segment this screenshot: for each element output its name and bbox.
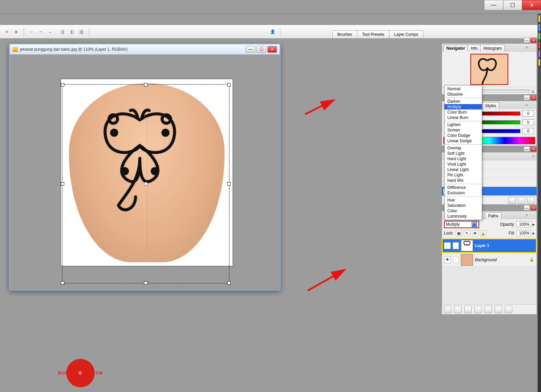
os-maximize-button[interactable]: ☐ xyxy=(503,0,522,10)
layer-style-button[interactable] xyxy=(454,306,462,313)
transform-handle-bottom-center[interactable] xyxy=(144,281,147,285)
doc-close-button[interactable]: ✕ xyxy=(267,46,277,53)
panel-close-button[interactable]: ✕ xyxy=(531,38,537,43)
blend-mode-option[interactable]: Color xyxy=(445,208,482,214)
blend-mode-option[interactable]: Linear Dodge xyxy=(445,138,482,144)
link-layers-button[interactable] xyxy=(444,306,451,313)
well-tab-tool-presets[interactable]: Tool Presets xyxy=(357,30,390,38)
blend-mode-option[interactable]: Normal xyxy=(445,86,482,92)
panel-close-button[interactable]: ✕ xyxy=(531,95,537,100)
new-group-button[interactable] xyxy=(485,306,492,313)
new-layer-button[interactable] xyxy=(495,306,502,313)
blend-mode-option[interactable]: Pin Light xyxy=(445,172,482,178)
adjustment-layer-button[interactable] xyxy=(474,306,482,313)
blend-mode-option[interactable]: Hue xyxy=(445,197,482,203)
blue-value-field[interactable] xyxy=(522,128,534,134)
panel-minimize-button[interactable]: — xyxy=(524,205,530,211)
delete-layer-button[interactable] xyxy=(505,306,512,313)
panel-minimize-button[interactable]: — xyxy=(524,95,530,100)
blend-mode-option[interactable]: Linear Burn xyxy=(445,115,482,120)
blend-mode-option[interactable]: Overlay xyxy=(445,145,482,151)
opacity-flyout-icon[interactable]: ▸ xyxy=(533,222,535,227)
tab-histogram[interactable]: Histogram xyxy=(480,45,505,52)
panel-minimize-button[interactable]: — xyxy=(524,146,530,152)
panel-close-button[interactable]: ✕ xyxy=(531,146,537,152)
blend-mode-option[interactable]: Soft Light xyxy=(445,151,482,156)
panel-menu-icon[interactable]: » xyxy=(525,45,528,50)
blend-mode-option[interactable]: Linear Light xyxy=(445,167,482,172)
blend-mode-option[interactable]: Multiply xyxy=(445,104,482,109)
distribute-h1-icon[interactable]: |‖ xyxy=(58,28,67,36)
link-indicator[interactable] xyxy=(453,256,459,263)
document-canvas[interactable] xyxy=(10,54,280,290)
lock-position-button[interactable]: ✥ xyxy=(472,230,478,236)
layer-thumbnail[interactable] xyxy=(461,240,473,251)
free-transform-bounding-box[interactable] xyxy=(62,84,230,284)
lock-all-button[interactable]: 🔒 xyxy=(480,230,486,236)
os-close-button[interactable]: ✕ xyxy=(522,0,541,10)
transform-center-point[interactable] xyxy=(144,182,147,186)
panel-menu-icon[interactable]: » xyxy=(525,213,528,217)
zoom-in-icon[interactable]: △ xyxy=(532,89,535,93)
lock-pixels-button[interactable]: ✎ xyxy=(464,230,470,236)
blend-mode-option[interactable]: Luminosity xyxy=(445,214,482,219)
navigator-thumbnail[interactable] xyxy=(470,54,508,85)
distribute-h3-icon[interactable]: |‖| xyxy=(77,28,86,36)
distribute-h2-icon[interactable]: ‖| xyxy=(68,28,76,36)
doc-maximize-button[interactable]: ☐ xyxy=(257,46,266,53)
align-left-icon[interactable]: ≡ xyxy=(3,28,11,36)
blend-mode-option[interactable]: Dissolve xyxy=(445,92,482,97)
tab-paths[interactable]: Paths xyxy=(485,212,501,219)
transform-handle-bottom-right[interactable] xyxy=(227,281,231,285)
visibility-toggle-icon[interactable]: 👁 xyxy=(444,242,451,249)
well-tab-layer-comps[interactable]: Layer Comps xyxy=(389,30,423,38)
doc-minimize-button[interactable]: — xyxy=(246,46,255,53)
blend-mode-option[interactable]: Saturation xyxy=(445,203,482,208)
tab-styles[interactable]: Styles xyxy=(482,102,499,109)
blend-mode-menu[interactable]: NormalDissolveDarkenMultiplyColor BurnLi… xyxy=(444,85,482,220)
transform-handle-top-right[interactable] xyxy=(227,83,231,87)
delete-state-button[interactable] xyxy=(527,197,535,204)
blend-mode-option[interactable]: Hard Light xyxy=(445,156,482,162)
link-indicator[interactable] xyxy=(453,242,459,249)
align-bottom-icon[interactable]: ⫠ xyxy=(46,28,54,36)
visibility-toggle-icon[interactable]: 👁 xyxy=(444,256,451,263)
tab-navigator[interactable]: Navigator xyxy=(443,45,468,52)
blend-mode-option[interactable]: Difference xyxy=(445,185,482,190)
layer-name[interactable]: Layer 1 xyxy=(475,243,535,248)
panel-menu-icon[interactable]: » xyxy=(532,154,535,158)
panel-minimize-button[interactable]: — xyxy=(524,38,530,43)
green-value-field[interactable] xyxy=(522,119,534,125)
fill-field[interactable]: 100% xyxy=(516,230,531,236)
blend-mode-option[interactable]: Lighten xyxy=(445,122,482,127)
transform-handle-top-center[interactable] xyxy=(144,83,147,87)
document-titlebar[interactable]: jerawat punggung dan bahu.jpg @ 110% (La… xyxy=(10,44,280,54)
create-document-from-state-button[interactable] xyxy=(508,197,516,204)
well-tab-brushes[interactable]: Brushes xyxy=(332,30,357,38)
toggle-palettes-icon[interactable]: 👤 xyxy=(268,28,277,36)
panel-menu-icon[interactable]: » xyxy=(525,102,528,107)
align-vmid-icon[interactable]: ⫟ xyxy=(37,28,45,36)
blend-mode-option[interactable]: Screen xyxy=(445,127,482,133)
blend-mode-option[interactable]: Darken xyxy=(445,99,482,104)
new-snapshot-button[interactable] xyxy=(518,197,525,204)
align-center-icon[interactable]: ≣ xyxy=(12,28,20,36)
align-top-icon[interactable]: ⫞ xyxy=(27,28,36,36)
blend-mode-dropdown[interactable]: Multiply ▼ xyxy=(444,221,479,228)
red-value-field[interactable] xyxy=(522,111,534,117)
transform-handle-top-left[interactable] xyxy=(61,83,64,87)
transform-handle-mid-right[interactable] xyxy=(227,182,231,186)
os-minimize-button[interactable]: — xyxy=(484,0,503,10)
blend-mode-option[interactable]: Color Dodge xyxy=(445,133,482,138)
blend-mode-option[interactable]: Vivid Light xyxy=(445,162,482,167)
transform-handle-bottom-left[interactable] xyxy=(61,281,64,285)
layer-row[interactable]: 👁 Background 🔒 xyxy=(442,253,537,267)
fill-flyout-icon[interactable]: ▸ xyxy=(533,231,535,236)
layer-name[interactable]: Background xyxy=(475,258,527,262)
opacity-field[interactable]: 100% xyxy=(516,221,531,227)
transform-handle-mid-left[interactable] xyxy=(61,182,64,186)
panel-close-button[interactable]: ✕ xyxy=(531,205,537,211)
lock-transparency-button[interactable]: ▦ xyxy=(456,230,462,236)
layer-row[interactable]: 👁 Layer 1 xyxy=(442,239,537,253)
blend-mode-option[interactable]: Hard Mix xyxy=(445,178,482,183)
